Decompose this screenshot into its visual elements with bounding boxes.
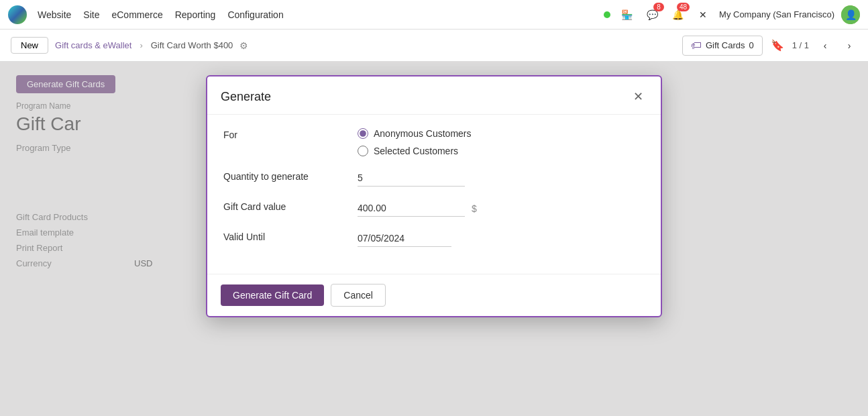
settings-icon[interactable]: ⚙ bbox=[239, 40, 248, 51]
valid-until-field-row: Valid Until bbox=[223, 230, 645, 247]
breadcrumb-current: Gift Card Worth $400 bbox=[151, 40, 233, 50]
gift-cards-tab-label: Gift Cards bbox=[706, 40, 745, 50]
currency-suffix: $ bbox=[472, 203, 477, 214]
nav-ecommerce[interactable]: eCommerce bbox=[111, 9, 162, 20]
for-label: For bbox=[223, 128, 344, 140]
anonymous-label: Anonymous Customers bbox=[374, 128, 472, 139]
breadcrumb-separator: › bbox=[140, 40, 142, 50]
cancel-button[interactable]: Cancel bbox=[331, 284, 386, 307]
messages-badge: 8 bbox=[653, 3, 664, 11]
activity-icon-btn[interactable]: 🔔 48 bbox=[668, 5, 687, 24]
user-avatar[interactable]: 👤 bbox=[841, 5, 860, 24]
top-navbar: Website Site eCommerce Reporting Configu… bbox=[0, 0, 868, 30]
main-area: Generate Gift Cards Program Name Gift Ca… bbox=[0, 62, 868, 416]
nav-items: Website Site eCommerce Reporting Configu… bbox=[38, 9, 284, 20]
modal-footer: Generate Gift Card Cancel bbox=[207, 274, 661, 316]
tag-icon: 🏷 bbox=[691, 40, 702, 52]
selected-label: Selected Customers bbox=[374, 146, 458, 156]
gift-value-control: $ bbox=[358, 200, 645, 217]
quantity-input[interactable] bbox=[358, 170, 465, 187]
nav-site[interactable]: Site bbox=[83, 9, 99, 20]
modal-close-button[interactable]: ✕ bbox=[629, 87, 647, 106]
updates-icon-btn[interactable]: 🏪 bbox=[617, 5, 636, 24]
nav-configuration[interactable]: Configuration bbox=[227, 9, 283, 20]
company-name: My Company (San Francisco) bbox=[719, 9, 834, 19]
activity-badge: 48 bbox=[677, 3, 690, 11]
next-page-button[interactable]: › bbox=[841, 38, 857, 54]
status-dot bbox=[604, 11, 610, 18]
quantity-control bbox=[358, 170, 645, 187]
debug-icon-btn[interactable]: ✕ bbox=[694, 5, 712, 24]
modal-title: Generate bbox=[221, 90, 271, 104]
modal-header: Generate ✕ bbox=[207, 76, 661, 115]
bookmark-icon[interactable]: 🔖 bbox=[771, 39, 784, 52]
customer-type-radio-group: Anonymous Customers Selected Customers bbox=[358, 128, 645, 156]
nav-website[interactable]: Website bbox=[38, 9, 71, 20]
gift-value-label: Gift Card value bbox=[223, 200, 344, 212]
generate-modal: Generate ✕ For Anonymous Customers Selec… bbox=[206, 75, 662, 317]
quantity-field-row: Quantity to generate bbox=[223, 170, 645, 187]
modal-body: For Anonymous Customers Selected Custome… bbox=[207, 115, 661, 274]
debug-icon: ✕ bbox=[699, 9, 707, 20]
gift-value-input[interactable] bbox=[358, 200, 465, 217]
navbar-right: 🏪 💬 8 🔔 48 ✕ My Company (San Francisco) … bbox=[604, 5, 860, 24]
svg-text:👤: 👤 bbox=[845, 9, 857, 21]
app-logo[interactable] bbox=[8, 5, 27, 24]
quantity-label: Quantity to generate bbox=[223, 170, 344, 182]
nav-reporting[interactable]: Reporting bbox=[175, 9, 216, 20]
gift-value-field-row: Gift Card value $ bbox=[223, 200, 645, 217]
selected-customers-option[interactable]: Selected Customers bbox=[358, 146, 645, 156]
selected-radio[interactable] bbox=[358, 146, 368, 156]
generate-gift-card-button[interactable]: Generate Gift Card bbox=[221, 284, 324, 306]
updates-icon: 🏪 bbox=[621, 9, 633, 20]
valid-until-label: Valid Until bbox=[223, 230, 344, 242]
breadcrumb-parent[interactable]: Gift cards & eWallet bbox=[55, 40, 131, 50]
valid-until-input[interactable] bbox=[358, 230, 451, 247]
messages-icon-btn[interactable]: 💬 8 bbox=[643, 5, 661, 24]
page-toolbar: New Gift cards & eWallet › Gift Card Wor… bbox=[0, 30, 868, 62]
gift-cards-count: 0 bbox=[749, 40, 753, 50]
anonymous-customers-option[interactable]: Anonymous Customers bbox=[358, 128, 645, 139]
gift-cards-tab[interactable]: 🏷 Gift Cards 0 bbox=[682, 36, 763, 56]
anonymous-radio[interactable] bbox=[358, 128, 368, 139]
page-indicator: 1 / 1 bbox=[792, 40, 809, 50]
for-field-row: For Anonymous Customers Selected Custome… bbox=[223, 128, 645, 156]
prev-page-button[interactable]: ‹ bbox=[817, 38, 833, 54]
valid-until-control bbox=[358, 230, 645, 247]
new-button[interactable]: New bbox=[11, 37, 48, 54]
modal-backdrop: Generate ✕ For Anonymous Customers Selec… bbox=[0, 62, 868, 416]
